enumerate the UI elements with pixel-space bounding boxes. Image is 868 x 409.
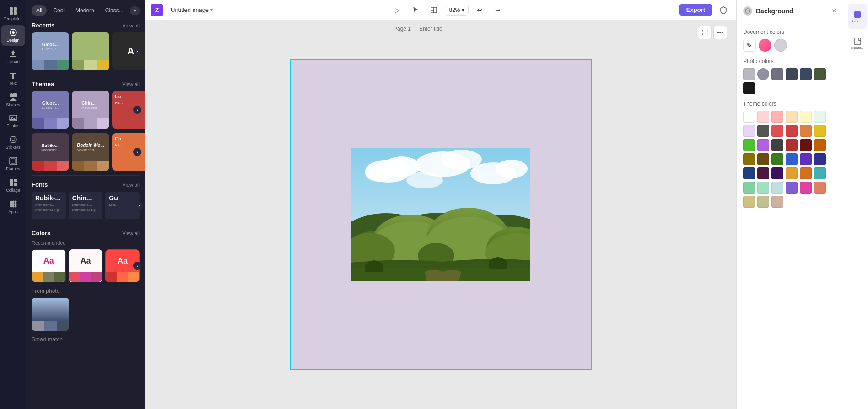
- theme-color-28[interactable]: [786, 167, 798, 179]
- filter-tab-cool[interactable]: Cool: [49, 5, 69, 16]
- sidebar-item-frames[interactable]: Frames: [1, 154, 25, 174]
- doc-color-2[interactable]: [774, 39, 787, 52]
- sidebar-item-templates[interactable]: Templates: [1, 4, 25, 24]
- layout-button[interactable]: [426, 3, 441, 17]
- shield-button[interactable]: [716, 3, 731, 17]
- color-palette-1[interactable]: Aa: [32, 249, 66, 282]
- theme-color-13[interactable]: [743, 139, 755, 151]
- right-sidebar-background[interactable]: Backg...: [848, 4, 867, 29]
- fonts-view-all[interactable]: View all: [122, 182, 140, 188]
- theme-thumb-1[interactable]: Glooc... Lucette-R...: [32, 91, 69, 129]
- theme-color-24[interactable]: [814, 153, 826, 165]
- undo-button[interactable]: ↩: [472, 3, 487, 17]
- theme-color-12[interactable]: [814, 125, 826, 137]
- theme-color-30[interactable]: [814, 167, 826, 179]
- from-photo-thumb[interactable]: [32, 298, 69, 331]
- theme-color-10[interactable]: [786, 125, 798, 137]
- doc-color-1[interactable]: [759, 39, 771, 52]
- filter-tab-classic[interactable]: Class...: [101, 5, 128, 16]
- zoom-control[interactable]: 82% ▾: [445, 5, 469, 16]
- colors-next-arrow[interactable]: ›: [133, 262, 141, 270]
- theme-color-2[interactable]: [757, 111, 769, 123]
- sidebar-item-shapes[interactable]: Shapes: [1, 90, 25, 110]
- theme-color-39[interactable]: [771, 196, 783, 208]
- photo-color-4[interactable]: [786, 68, 798, 80]
- recent-thumb-2[interactable]: [72, 32, 109, 70]
- theme-color-38[interactable]: [757, 196, 769, 208]
- theme-color-14[interactable]: [757, 139, 769, 151]
- theme-color-19[interactable]: [743, 153, 755, 165]
- theme-color-4[interactable]: [786, 111, 798, 123]
- theme-color-37[interactable]: [743, 196, 755, 208]
- background-panel-close[interactable]: ×: [829, 5, 840, 16]
- sidebar-item-upload[interactable]: Upload: [1, 47, 25, 67]
- theme-color-5[interactable]: [800, 111, 812, 123]
- theme-color-18[interactable]: [814, 139, 826, 151]
- theme-color-9[interactable]: [771, 125, 783, 137]
- theme-color-1[interactable]: [743, 111, 755, 123]
- font-thumb-1[interactable]: Rubik-... Montserra... Montserrat-Rg: [32, 192, 66, 219]
- theme-color-25[interactable]: [743, 167, 755, 179]
- theme-color-22[interactable]: [786, 153, 798, 165]
- theme-color-6[interactable]: [814, 111, 826, 123]
- fullscreen-button[interactable]: ⛶: [698, 26, 712, 39]
- theme-color-7[interactable]: [743, 125, 755, 137]
- filter-more-button[interactable]: ▾: [130, 6, 140, 15]
- theme-color-29[interactable]: [800, 167, 812, 179]
- photo-color-2[interactable]: [757, 68, 769, 80]
- more-options-button[interactable]: •••: [713, 26, 727, 39]
- theme-color-32[interactable]: [757, 182, 769, 194]
- recent-thumb-1[interactable]: Glooc... Lucette-R...: [32, 32, 69, 70]
- page-title-input[interactable]: [419, 26, 488, 32]
- sidebar-item-design[interactable]: Design: [1, 25, 25, 46]
- theme-color-31[interactable]: [743, 182, 755, 194]
- photo-color-7[interactable]: [743, 82, 755, 94]
- eyedropper-button[interactable]: ✎: [743, 39, 756, 52]
- theme-color-26[interactable]: [757, 167, 769, 179]
- theme-color-16[interactable]: [786, 139, 798, 151]
- theme-color-20[interactable]: [757, 153, 769, 165]
- recents-next-arrow[interactable]: ›: [133, 47, 141, 55]
- themes-view-all[interactable]: View all: [122, 81, 140, 87]
- redo-button[interactable]: ↪: [491, 3, 505, 17]
- filter-tab-all[interactable]: All: [32, 5, 47, 16]
- theme-color-27[interactable]: [771, 167, 783, 179]
- sidebar-item-apps[interactable]: Apps: [1, 197, 25, 217]
- doc-title-area[interactable]: Untitled image ▾: [167, 5, 216, 15]
- theme-color-33[interactable]: [771, 182, 783, 194]
- theme-thumb-2[interactable]: Chin... Montserrat...: [72, 91, 109, 129]
- fonts-next-arrow[interactable]: ›: [135, 201, 143, 210]
- theme-color-15[interactable]: [771, 139, 783, 151]
- theme-color-35[interactable]: [800, 182, 812, 194]
- theme-thumb-5[interactable]: Bodoin Mo... Newsreader...: [72, 133, 109, 171]
- photo-color-1[interactable]: [743, 68, 755, 80]
- themes-next-arrow-2[interactable]: ›: [133, 148, 141, 156]
- sidebar-item-photos[interactable]: Photos: [1, 111, 25, 131]
- right-sidebar-resize[interactable]: Resize...: [848, 30, 867, 56]
- recents-view-all[interactable]: View all: [122, 23, 140, 28]
- photo-color-6[interactable]: [814, 68, 826, 80]
- font-thumb-3[interactable]: Gu Mor... ›: [105, 192, 140, 219]
- theme-color-8[interactable]: [757, 125, 769, 137]
- theme-color-17[interactable]: [800, 139, 812, 151]
- sidebar-item-collage[interactable]: Collage: [1, 175, 25, 196]
- theme-color-23[interactable]: [800, 153, 812, 165]
- play-button[interactable]: ▷: [390, 3, 404, 17]
- theme-color-34[interactable]: [786, 182, 798, 194]
- color-palette-2[interactable]: Aa: [69, 249, 103, 282]
- colors-view-all[interactable]: View all: [122, 231, 140, 236]
- theme-color-36[interactable]: [814, 182, 826, 194]
- font-thumb-2[interactable]: Chin... Montserra... Montserrat-Rg: [69, 192, 103, 219]
- cursor-button[interactable]: [408, 3, 423, 17]
- photo-color-5[interactable]: [800, 68, 812, 80]
- theme-thumb-4[interactable]: Rubik-... Montserrat...: [32, 133, 69, 171]
- filter-tab-modern[interactable]: Modern: [71, 5, 99, 16]
- sidebar-item-text[interactable]: Text: [1, 68, 25, 89]
- theme-color-3[interactable]: [771, 111, 783, 123]
- themes-next-arrow[interactable]: ›: [133, 106, 141, 114]
- export-button[interactable]: Export: [679, 4, 712, 16]
- sidebar-item-stickers[interactable]: Stickers: [1, 132, 25, 153]
- theme-color-11[interactable]: [800, 125, 812, 137]
- photo-color-3[interactable]: [771, 68, 783, 80]
- theme-color-21[interactable]: [771, 153, 783, 165]
